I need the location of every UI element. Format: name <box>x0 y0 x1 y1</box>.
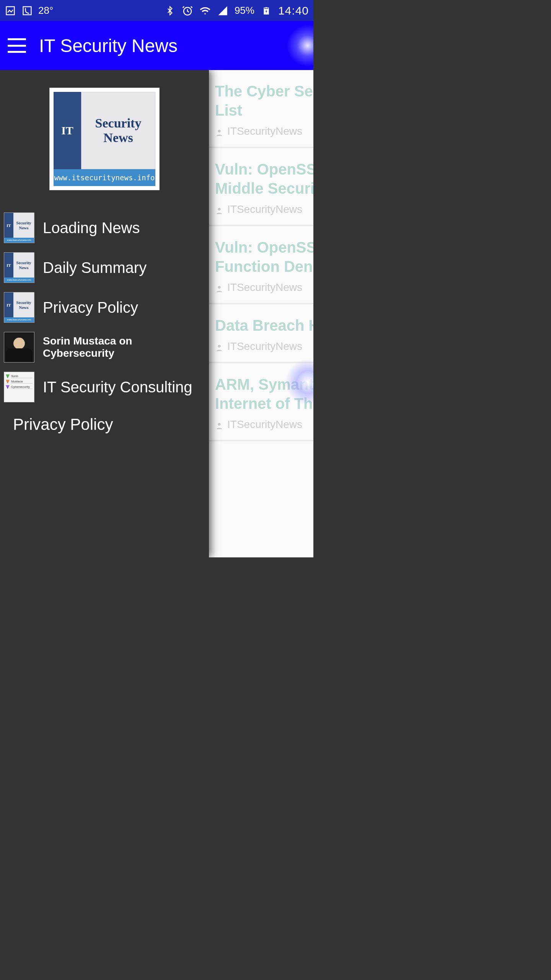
thumb-logo-icon: ITSecurityNews www.itsecuritynews.info <box>4 252 34 283</box>
logo-url: www.itsecuritynews.info <box>54 169 155 186</box>
news-title-line: Vuln: OpenSSL <box>215 238 313 257</box>
svg-point-6 <box>218 130 220 132</box>
news-author: ITSecurityNews <box>227 281 302 294</box>
menu-item-privacy-policy[interactable]: ITSecurityNews www.itsecuritynews.info P… <box>0 287 209 327</box>
author-icon <box>215 283 223 292</box>
svg-rect-1 <box>23 7 31 15</box>
news-author: ITSecurityNews <box>227 418 302 431</box>
battery-charging-icon <box>261 5 272 16</box>
wifi-icon <box>199 5 211 16</box>
svg-point-7 <box>218 208 220 211</box>
thumb-logo-icon: ITSecurityNews www.itsecuritynews.info <box>4 212 34 243</box>
temperature-label: 28° <box>38 5 53 16</box>
news-title-line: Data Breach H <box>215 316 313 335</box>
author-icon <box>215 342 223 351</box>
news-meta: ITSecurityNews <box>215 418 313 431</box>
menu-item-sorin-mustaca[interactable]: Sorin Mustaca on Cybersecurity <box>0 327 209 367</box>
news-title-line: List <box>215 101 313 120</box>
thumb-list-icon: Sorin Mustaca Cybersecurity <box>4 372 34 402</box>
navigation-drawer[interactable]: IT Security News www.itsecuritynews.info… <box>0 70 209 557</box>
news-meta: ITSecurityNews <box>215 340 313 353</box>
news-title-line: Internet of Thi <box>215 394 313 413</box>
menu-label: Daily Summary <box>43 259 147 276</box>
drawer-logo: IT Security News www.itsecuritynews.info <box>0 74 209 208</box>
battery-percent: 95% <box>235 5 254 16</box>
thumb-logo-icon: ITSecurityNews www.itsecuritynews.info <box>4 292 34 323</box>
status-left: 28° <box>5 5 53 16</box>
news-title-line: The Cyber Sec <box>215 82 313 101</box>
logo-line1: Security <box>95 117 142 130</box>
content-stage: The Cyber Sec List ITSecurityNews Vuln: … <box>0 70 313 557</box>
news-title-line: Function Denia <box>215 257 313 276</box>
gallery-icon <box>5 5 16 16</box>
app-title: IT Security News <box>39 35 178 56</box>
bluetooth-icon <box>164 5 176 16</box>
alarm-icon <box>182 5 193 16</box>
antivirus-icon <box>21 5 33 16</box>
menu-label: Privacy Policy <box>43 299 138 316</box>
menu-label: Loading News <box>43 219 140 237</box>
author-icon <box>215 127 223 136</box>
news-title-line: Vuln: OpenSSL <box>215 160 313 179</box>
news-title-line: ARM, Symante <box>215 375 313 394</box>
logo-card: IT Security News www.itsecuritynews.info <box>49 88 160 190</box>
menu-label: IT Security Consulting <box>43 379 192 396</box>
drawer-menu: ITSecurityNews www.itsecuritynews.info L… <box>0 208 209 407</box>
clock-label: 14:40 <box>278 4 309 17</box>
news-meta: ITSecurityNews <box>215 281 313 294</box>
svg-point-8 <box>218 286 220 289</box>
svg-rect-4 <box>265 7 267 8</box>
menu-footer-privacy-policy[interactable]: Privacy Policy <box>0 407 209 434</box>
news-author: ITSecurityNews <box>227 203 302 216</box>
thumb-person-icon <box>4 332 34 363</box>
news-meta: ITSecurityNews <box>215 203 313 216</box>
menu-label: Privacy Policy <box>13 415 113 433</box>
app-bar: IT Security News <box>0 21 313 70</box>
svg-point-9 <box>218 345 220 348</box>
menu-icon[interactable] <box>8 38 26 53</box>
menu-item-it-security-consulting[interactable]: Sorin Mustaca Cybersecurity IT Security … <box>0 367 209 407</box>
news-meta: ITSecurityNews <box>215 125 313 137</box>
author-icon <box>215 205 223 214</box>
signal-icon <box>217 5 228 16</box>
status-bar: 28° 95% 14:40 <box>0 0 313 21</box>
news-author: ITSecurityNews <box>227 125 302 137</box>
news-author: ITSecurityNews <box>227 340 302 353</box>
menu-label: Sorin Mustaca on Cybersecurity <box>43 335 205 359</box>
glow-decoration <box>287 24 313 67</box>
svg-point-10 <box>218 423 220 426</box>
news-title-line: Middle Securit <box>215 179 313 198</box>
logo-line2: News <box>103 131 133 144</box>
author-icon <box>215 420 223 429</box>
menu-item-loading-news[interactable]: ITSecurityNews www.itsecuritynews.info L… <box>0 208 209 248</box>
logo-it-text: IT <box>54 92 81 169</box>
menu-item-daily-summary[interactable]: ITSecurityNews www.itsecuritynews.info D… <box>0 248 209 287</box>
status-right: 95% 14:40 <box>164 4 309 17</box>
